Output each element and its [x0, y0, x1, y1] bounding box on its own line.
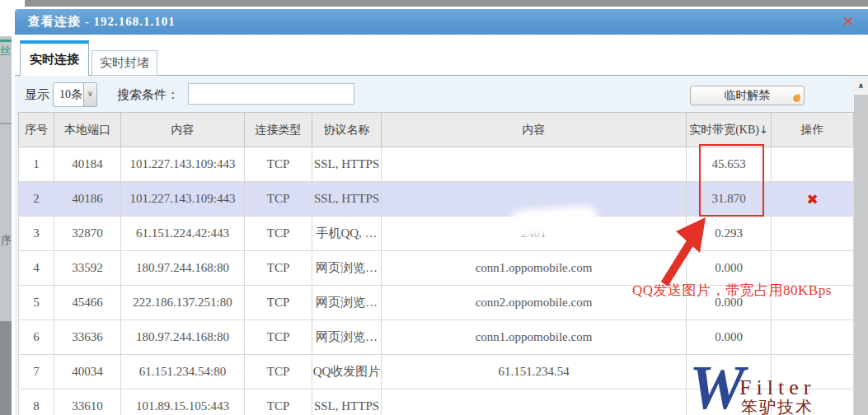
- dialog-titlebar: 查看连接 - 192.168.1.101 ✕: [15, 9, 868, 35]
- cell-type: TCP: [245, 389, 312, 415]
- cell-op: [772, 251, 854, 286]
- column-header: 内容: [382, 113, 687, 147]
- cell-bandwidth: 0.000: [687, 320, 772, 355]
- tab-realtime-connections[interactable]: 实时连接: [20, 40, 89, 76]
- cell-content2: 61.151.234.54: [382, 355, 687, 389]
- block-icon[interactable]: ✖: [806, 191, 818, 208]
- cell-no: 3: [19, 217, 54, 251]
- cell-content2: conn1.oppomobile.com: [382, 320, 687, 355]
- cell-type: TCP: [245, 182, 312, 217]
- cell-op: [772, 286, 854, 320]
- search-label: 搜索条件：: [117, 87, 179, 103]
- cell-op: [772, 217, 854, 251]
- cell-content: 180.97.244.168:80: [121, 251, 245, 286]
- table-row[interactable]: 433592180.97.244.168:80TCP网页浏览…conn1.opp…: [19, 251, 854, 286]
- page-size-select[interactable]: 10条 ∨: [53, 82, 97, 107]
- chevron-down-icon[interactable]: ∨: [83, 83, 96, 106]
- cell-content2: [382, 182, 687, 217]
- column-header: 本地端口: [54, 113, 121, 147]
- cell-no: 4: [19, 251, 54, 286]
- cell-op: [772, 320, 854, 355]
- table-row[interactable]: 545466222.186.137.251:80TCP网页浏览…conn2.op…: [19, 286, 854, 320]
- cell-no: 6: [19, 320, 54, 355]
- cell-content: 101.227.143.109:443: [121, 182, 245, 217]
- cell-no: 7: [19, 355, 54, 389]
- page-size-value: 10条: [59, 83, 82, 106]
- cell-protocol: 网页浏览…: [312, 286, 382, 320]
- cell-port: 32870: [54, 217, 121, 251]
- search-input[interactable]: [188, 83, 354, 105]
- cell-content: 101.89.15.105:443: [121, 389, 245, 415]
- dialog-title: 查看连接 - 192.168.1.101: [28, 9, 176, 35]
- sort-desc-icon: ↓: [759, 124, 768, 136]
- cell-bandwidth: 0.000: [687, 251, 772, 286]
- table-row[interactable]: 74003461.151.234.54:80TCPQQ收发图片61.151.23…: [19, 355, 854, 389]
- cell-protocol: SSL, HTTPS: [312, 389, 382, 415]
- cell-no: 2: [19, 182, 54, 217]
- column-header: 协议名称: [312, 113, 382, 147]
- scrollbar-thumb[interactable]: [854, 95, 868, 415]
- background-page-sliver: [0, 36, 12, 321]
- cell-port: 40186: [54, 182, 121, 217]
- button-corner-icon: [792, 94, 801, 103]
- table-row[interactable]: 140184101.227.143.109:443TCPSSL, HTTPS45…: [19, 147, 854, 182]
- cell-bandwidth: [687, 389, 772, 415]
- table-header-row: 序号本地端口内容连接类型协议名称内容实时带宽(KB)↓操作: [19, 113, 854, 147]
- cell-content2: conn2.oppomobile.com: [382, 286, 687, 320]
- cell-protocol: SSL, HTTPS: [312, 182, 382, 217]
- cell-protocol: 手机QQ, …: [312, 217, 382, 251]
- background-window-strip: [25, 0, 868, 7]
- column-header: 内容: [121, 113, 245, 147]
- connections-table: 序号本地端口内容连接类型协议名称内容实时带宽(KB)↓操作 140184101.…: [18, 112, 854, 415]
- table-row[interactable]: 240186101.227.143.109:443TCPSSL, HTTPS31…: [19, 182, 854, 217]
- cell-no: 1: [19, 147, 54, 182]
- cell-bandwidth: [687, 355, 772, 389]
- temporary-unban-button[interactable]: 临时解禁: [690, 86, 805, 105]
- cell-type: TCP: [245, 217, 312, 251]
- cell-protocol: QQ收发图片: [312, 355, 382, 389]
- cell-content: 180.97.244.168:80: [121, 320, 245, 355]
- background-divider: [0, 123, 12, 124]
- cell-port: 40034: [54, 355, 121, 389]
- cell-type: TCP: [245, 286, 312, 320]
- column-header: 序号: [19, 113, 54, 147]
- cell-protocol: 网页浏览…: [312, 320, 382, 355]
- cell-port: 45466: [54, 286, 121, 320]
- temporary-unban-label: 临时解禁: [725, 89, 771, 101]
- cell-content: 61.151.234.54:80: [121, 355, 245, 389]
- background-text-fragment: 丝: [0, 44, 12, 55]
- column-header: 操作: [772, 113, 854, 147]
- cell-content2: conn1.oppomobile.com: [382, 251, 687, 286]
- cell-port: 33592: [54, 251, 121, 286]
- cell-op: [772, 147, 854, 182]
- background-scroll-area: [0, 321, 12, 415]
- cell-type: TCP: [245, 320, 312, 355]
- cell-content: 101.227.143.109:443: [121, 147, 245, 182]
- tab-realtime-blocking[interactable]: 实时封堵: [91, 50, 157, 76]
- cell-protocol: SSL, HTTPS: [312, 147, 382, 182]
- cell-bandwidth: 45.653: [687, 147, 772, 182]
- cell-op: [772, 355, 854, 389]
- column-header[interactable]: 实时带宽(KB)↓: [687, 113, 772, 147]
- cell-content2: [382, 389, 687, 415]
- cell-no: 5: [19, 286, 54, 320]
- screen: 丝 序 查看连接 - 192.168.1.101 ✕ 实时连接 实时封堵 显示 …: [0, 0, 868, 415]
- cell-port: 33610: [54, 389, 121, 415]
- table-row[interactable]: 833610101.89.15.105:443TCPSSL, HTTPS: [19, 389, 854, 415]
- cell-op: ✖: [772, 182, 854, 217]
- cell-op: [772, 389, 854, 415]
- show-label: 显示: [25, 87, 49, 103]
- close-icon[interactable]: ✕: [840, 13, 856, 30]
- cell-type: TCP: [245, 147, 312, 182]
- cell-type: TCP: [245, 251, 312, 286]
- cell-type: TCP: [245, 355, 312, 389]
- cell-content: 222.186.137.251:80: [121, 286, 245, 320]
- table-body: 140184101.227.143.109:443TCPSSL, HTTPS45…: [19, 147, 854, 415]
- background-text-fragment: 序: [1, 233, 12, 246]
- scroll-up-icon[interactable]: ∧: [854, 77, 868, 95]
- cell-bandwidth: 0.000: [687, 286, 772, 320]
- cell-bandwidth: 0.293: [687, 217, 772, 251]
- table-row[interactable]: 633636180.97.244.168:80TCP网页浏览…conn1.opp…: [19, 320, 854, 355]
- table-row[interactable]: 33287061.151.224.42:443TCP手机QQ, …24010.2…: [19, 217, 854, 251]
- background-divider: [0, 40, 12, 42]
